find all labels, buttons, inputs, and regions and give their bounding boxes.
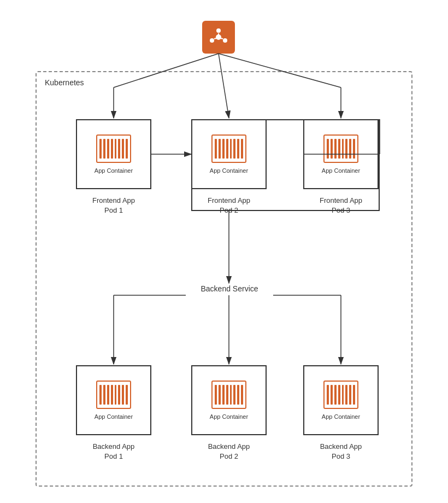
svg-line-5 [221, 38, 223, 39]
svg-line-6 [214, 38, 216, 39]
backend-pod-1-label: Backend AppPod 1 [76, 442, 151, 461]
container-icon-bp1 [96, 381, 131, 409]
kubernetes-label: Kubernetes [45, 78, 84, 87]
svg-point-1 [216, 28, 221, 33]
svg-point-0 [216, 34, 221, 40]
frontend-pod-3-box: App Container [303, 119, 379, 189]
container-icon-fp2 [211, 134, 246, 163]
backend-service-label: Backend Service [186, 284, 273, 293]
backend-pod-2-box: App Container [191, 365, 267, 435]
diagram-wrapper: Kubernetes App Container Frontend AppPod… [0, 0, 448, 503]
hub-icon [202, 21, 235, 54]
frontend-pod-3-label: Frontend AppPod 3 [303, 196, 379, 215]
backend-pod-2-label: Backend AppPod 2 [191, 442, 267, 461]
app-container-label-bp1: App Container [95, 413, 133, 420]
container-icon-bp3 [323, 381, 358, 409]
frontend-pod-1-box: App Container [76, 119, 151, 189]
backend-pod-3-box: App Container [303, 365, 379, 435]
app-container-label-fp2: App Container [210, 167, 248, 174]
svg-point-3 [210, 38, 214, 43]
frontend-pod-2-label: Frontend AppPod 2 [191, 196, 267, 215]
svg-point-2 [223, 38, 227, 43]
frontend-pod-1-label: Frontend AppPod 1 [76, 196, 151, 215]
container-icon-fp3 [323, 134, 358, 163]
frontend-pod-2-box: App Container [191, 119, 267, 189]
container-icon-fp1 [96, 134, 131, 163]
app-container-label-fp1: App Container [95, 167, 133, 174]
app-container-label-bp2: App Container [210, 413, 248, 420]
backend-pod-1-box: App Container [76, 365, 151, 435]
app-container-label-fp3: App Container [322, 167, 360, 174]
app-container-label-bp3: App Container [322, 413, 360, 420]
backend-pod-3-label: Backend AppPod 3 [303, 442, 379, 461]
container-icon-bp2 [211, 381, 246, 409]
